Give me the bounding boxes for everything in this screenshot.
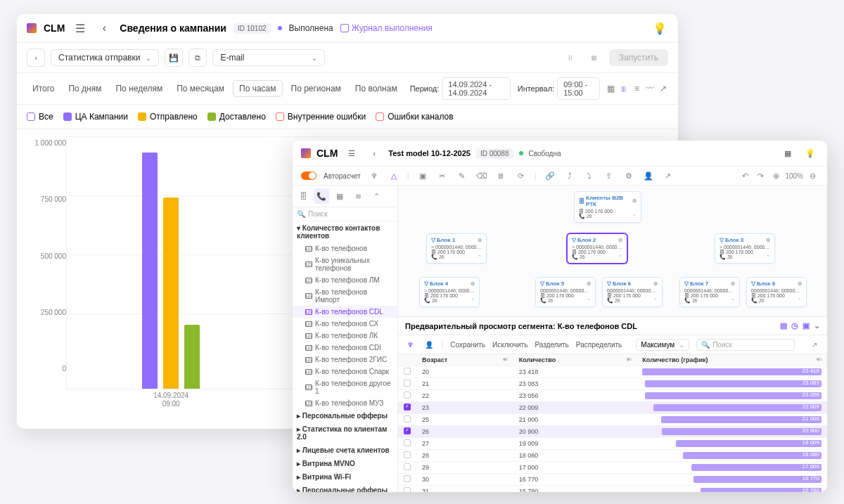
row-checkbox[interactable] — [404, 368, 411, 375]
legend-item[interactable]: ЦА Кампании — [63, 112, 128, 122]
row-checkbox[interactable] — [404, 451, 411, 458]
view-mode-icon[interactable]: ≡ — [632, 81, 642, 96]
undo-icon[interactable]: ↶ — [738, 169, 751, 182]
block-node[interactable]: ▽Блок 1⚙= 0000001446; 00000...🗄 200 178 … — [426, 233, 487, 264]
link-icon[interactable]: 🔗 — [544, 169, 556, 182]
chart-bar[interactable] — [142, 153, 158, 389]
save-icon[interactable]: 💾 — [165, 49, 183, 67]
tool-icon[interactable]: ▣ — [416, 169, 429, 182]
triangle-icon[interactable]: △ — [388, 169, 400, 182]
granularity-tab[interactable]: По волнам — [350, 81, 403, 96]
merge-icon[interactable]: ⤵ — [583, 169, 596, 182]
tree-item[interactable]: 123К-во телефонов другое 1 — [293, 377, 397, 397]
share-icon[interactable]: ⇪ — [603, 169, 615, 182]
copy-icon[interactable]: ⧉ — [188, 49, 207, 67]
aggregation-select[interactable]: Максимум⌄ — [636, 339, 689, 351]
tree-group[interactable]: ▾ Количество контактов клиентов — [293, 221, 397, 243]
back-icon[interactable]: ‹ — [96, 20, 113, 37]
block-node[interactable]: ▽Блок 3⚙= 0000001446; 00000...🗄 200 178 … — [715, 233, 775, 264]
tree-item[interactable]: 123К-во телефонов Спарк — [293, 366, 397, 377]
tree-group[interactable]: ▸ Статистика по клиентам 2.0 — [293, 422, 397, 444]
period-value[interactable]: 14.09.2024 - 14.09.2024 — [442, 77, 510, 100]
row-checkbox[interactable] — [404, 392, 411, 399]
granularity-tab[interactable]: По дням — [63, 81, 107, 96]
launch-button[interactable]: Запустить — [609, 49, 668, 66]
settings-icon[interactable]: ⚙ — [622, 169, 635, 182]
table-row[interactable]: 3115 78015 780 — [398, 486, 827, 493]
sidebar-tab-layers[interactable]: ≋ — [350, 188, 366, 204]
view-mode-icon[interactable]: ⫼ — [619, 81, 629, 96]
row-checkbox[interactable] — [404, 403, 411, 411]
root-node[interactable]: 🗄Клиенты B2B РТК⚙🗄 200 178 000📞 26 ⌃ — [574, 191, 641, 223]
edit-icon[interactable]: ✎ — [456, 169, 468, 182]
collapse-icon[interactable]: ⌄ — [814, 321, 820, 330]
tree-item[interactable]: 123К-во телефонов ЛМ — [293, 274, 397, 286]
bulb-icon[interactable]: 💡 — [802, 145, 819, 162]
legend-item[interactable]: Все — [27, 112, 53, 122]
zoom-in-icon[interactable]: ⊕ — [769, 169, 782, 182]
table-row[interactable]: 2719 00919 009 — [398, 438, 827, 450]
user-view-icon[interactable]: 👤 — [423, 338, 435, 351]
block-node[interactable]: ▽Блок 8⚙0000001446; 00000...🗄 200 178 00… — [746, 277, 807, 307]
tree-group[interactable]: ▸ Витрина MVNO — [293, 457, 397, 470]
block-node[interactable]: ▽Блок 6⚙0000001446; 00000...🗄 200 178 00… — [602, 277, 663, 307]
preview-action[interactable]: Сохранить — [450, 341, 485, 349]
tree-item[interactable]: 123К-во уникальных телефонов — [293, 254, 397, 274]
table-row[interactable]: 2521 00021 000 — [398, 414, 827, 426]
legend-item[interactable]: Отправлено — [138, 112, 198, 122]
row-checkbox[interactable] — [404, 475, 411, 482]
block-node[interactable]: ▽Блок 5⚙0000001446; 00000...🗄 200 178 00… — [535, 277, 596, 307]
tree-group[interactable]: ▸ Витрина Wi-Fi — [293, 470, 397, 484]
redo-icon[interactable]: ↷ — [754, 169, 767, 182]
granularity-tab[interactable]: По часам — [233, 80, 282, 97]
row-checkbox[interactable] — [404, 487, 411, 492]
preview-action[interactable]: Распределить — [576, 341, 622, 349]
table-row[interactable]: 2818 08018 080 — [398, 450, 827, 462]
granularity-tab[interactable]: По неделям — [110, 81, 168, 96]
tree-item[interactable]: 123К-во телефонов Импорт — [293, 286, 397, 306]
tree-item[interactable]: 123К-во телефонов СХ — [293, 318, 397, 330]
tree-item[interactable]: 123К-во телефонов ЛК — [293, 330, 397, 342]
view-mode-icon[interactable]: 〰 — [645, 81, 656, 96]
tree-icon[interactable]: ♆ — [368, 169, 381, 182]
menu-icon[interactable]: ☰ — [72, 20, 89, 37]
tree-group[interactable]: ▸ Персональные офферы — [293, 484, 397, 492]
scissors-icon[interactable]: ✂ — [436, 169, 449, 182]
granularity-tab[interactable]: По регионам — [286, 81, 347, 96]
expand-icon[interactable]: › — [27, 49, 45, 67]
row-checkbox[interactable] — [404, 463, 411, 470]
external-icon[interactable]: ↗ — [809, 338, 820, 351]
legend-item[interactable]: Доставлено — [207, 112, 266, 122]
bulb-icon[interactable]: 💡 — [651, 20, 668, 37]
preview-action[interactable]: Исключить — [492, 341, 528, 349]
autocalc-toggle[interactable] — [301, 172, 316, 180]
row-checkbox[interactable] — [404, 380, 411, 387]
tree-item[interactable]: 123К-во телефонов МУЗ — [293, 397, 397, 409]
chart-icon[interactable]: ▤ — [780, 321, 787, 330]
chart-bar[interactable] — [163, 198, 179, 389]
menu-icon[interactable]: ☰ — [343, 145, 360, 162]
sidebar-tab-collapse[interactable]: ⌃ — [369, 188, 384, 204]
view-mode-icon[interactable]: ▦ — [606, 81, 616, 96]
stop-icon[interactable]: ⏹ — [585, 49, 603, 67]
tree-group[interactable]: ▸ Лицевые счета клиентов — [293, 444, 397, 457]
export-icon[interactable]: ↗ — [662, 169, 674, 182]
row-checkbox[interactable] — [404, 415, 411, 422]
preview-action[interactable]: Разделить — [535, 341, 568, 349]
table-row[interactable]: 2023 41823 418 — [398, 366, 827, 378]
view-mode-icon[interactable]: ↗ — [658, 81, 668, 96]
granularity-tab[interactable]: Итого — [27, 81, 60, 96]
row-checkbox[interactable] — [404, 439, 411, 446]
tree-item[interactable]: 123К-во телефонов CDL — [293, 306, 397, 318]
table-row[interactable]: 2620 90020 900 — [398, 426, 827, 438]
sidebar-tab-phone[interactable]: 📞 — [314, 188, 329, 204]
refresh-icon[interactable]: ⟳ — [515, 169, 528, 182]
block-node[interactable]: ▽Блок 7⚙0000001446; 00000...🗄 200 178 00… — [679, 277, 740, 307]
user-icon[interactable]: 👤 — [642, 169, 655, 182]
chart-bar[interactable] — [184, 325, 200, 389]
execution-journal-link[interactable]: Журнал выполнения — [340, 23, 433, 33]
interval-value[interactable]: 09:00 - 15:00 — [557, 77, 600, 100]
table-row[interactable]: 2123 08323 083 — [398, 378, 827, 390]
sidebar-tab-grid[interactable]: ▦ — [332, 188, 347, 204]
sidebar-search[interactable]: 🔍Поиск — [293, 207, 397, 221]
